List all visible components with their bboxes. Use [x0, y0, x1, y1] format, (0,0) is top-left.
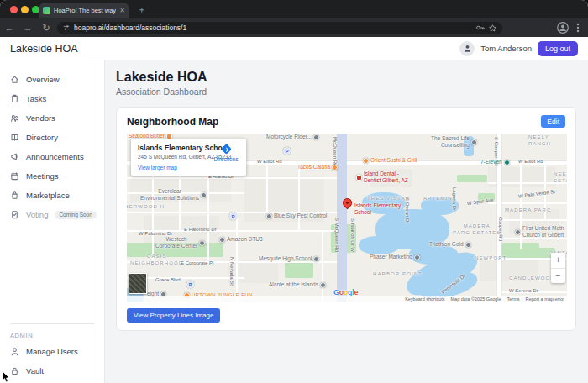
attribution-link[interactable]: Keyboard shortcuts	[405, 296, 444, 302]
star-icon[interactable]	[489, 24, 496, 32]
tab-favicon	[43, 7, 50, 14]
map-poi-label: P	[283, 147, 291, 155]
map-area-label: MADERA PARC ESTATES	[453, 223, 501, 236]
logout-button[interactable]: Log out	[538, 41, 578, 56]
map-label-text: W Elliot Rd	[518, 159, 543, 165]
zoom-out-button[interactable]: −	[551, 269, 565, 284]
key-icon[interactable]	[476, 24, 485, 31]
map-label-text: Grace Blvd	[155, 277, 181, 284]
sidebar-item-tasks[interactable]: Tasks	[0, 89, 104, 108]
map-poi-label: Orient Sushi & Grill	[363, 157, 417, 164]
map-label-text: Tacos Calafia	[297, 164, 330, 171]
browser-tab[interactable]: HoaPro! The best way to ge ✕	[39, 3, 129, 18]
map-label-text: Island Dental - Dentist Gilbert, AZ	[364, 171, 408, 184]
sidebar-item-announcements[interactable]: Announcements	[0, 147, 104, 166]
directions-control[interactable]: Directions	[213, 144, 239, 162]
map-road-label: Laguna Dr	[451, 187, 458, 211]
map-road-label: E Corporate Pl	[181, 260, 213, 267]
sidebar-item-label: Announcements	[26, 152, 84, 161]
poi-icon	[313, 134, 319, 140]
map-road	[322, 230, 323, 302]
map-block	[228, 260, 278, 283]
zoom-in-button[interactable]: +	[551, 253, 565, 269]
sidebar-item-vault[interactable]: Vault	[0, 361, 104, 380]
map-road-label: W Serena Dr	[509, 288, 538, 295]
streetview-thumbnail[interactable]	[129, 273, 147, 294]
map-area-label: NEELY ESTATES	[554, 171, 567, 184]
sidebar-item-meetings[interactable]: Meetings	[0, 166, 104, 186]
map-attribution: Keyboard shortcutsMap data ©2025 GoogleT…	[127, 296, 567, 302]
map-label-text: HARBOR POINT	[373, 271, 423, 278]
app-header: Lakeside HOA Tom Anderson Log out	[0, 37, 588, 60]
neighborhood-map-card: Neighborhood Map Edit	[116, 107, 576, 331]
sidebar-item-directory[interactable]: Directory	[0, 128, 104, 147]
google-map-embed[interactable]: NEELY RANCHTIMBERWOOD IITRES VISTASARTEM…	[127, 134, 567, 302]
map-area-label: OASIS NEIGHBORHOOD	[130, 254, 183, 266]
poi-icon	[414, 254, 420, 260]
parking-icon: P	[229, 212, 237, 220]
sidebar-item-overview[interactable]: Overview	[0, 70, 104, 89]
map-label-text: First United Meth Church of Gilbert	[522, 225, 564, 239]
map-poi-label: Westech Corporate Center	[155, 236, 205, 249]
poi-icon	[465, 242, 471, 248]
directory-icon	[10, 133, 19, 142]
tab-title: HoaPro! The best way to ge	[54, 7, 116, 14]
menu-kebab-icon[interactable]	[576, 23, 580, 33]
map-label-text: Cooper Rd	[497, 217, 504, 241]
map-road-label: S Ocean Dr	[404, 197, 411, 223]
view-larger-map-link[interactable]: View larger map	[138, 165, 239, 171]
map-label-text: Westech Corporate Center	[155, 236, 197, 249]
map-park	[457, 175, 487, 182]
poi-icon	[471, 139, 477, 145]
map-area-label: CANDLEWOOD	[509, 275, 555, 282]
mouse-cursor	[2, 371, 12, 383]
map-road-label: W Spur Ave	[467, 197, 494, 207]
map-poi-label: Triathlon Gold	[429, 241, 471, 248]
forward-icon[interactable]: →	[18, 23, 37, 33]
app-brand: Lakeside HOA	[10, 43, 78, 55]
traffic-light-minimize[interactable]	[21, 6, 29, 13]
directions-label: Directions	[213, 156, 239, 162]
map-label-text: Alante at the Islands	[269, 281, 318, 288]
announcements-icon	[10, 152, 19, 161]
sidebar: OverviewTasksVendorsDirectoryAnnouncemen…	[0, 60, 105, 383]
sidebar-item-marketplace[interactable]: Marketplace	[0, 186, 104, 205]
sidebar-item-vendors[interactable]: Vendors	[0, 108, 104, 128]
edit-button[interactable]: Edit	[541, 115, 565, 128]
map-label-text: Phaser Marketing	[370, 254, 412, 260]
poi-icon	[199, 240, 205, 246]
page-subtitle: Association Dashboard	[116, 87, 576, 97]
user-name: Tom Anderson	[480, 44, 532, 53]
attribution-link[interactable]: Terms	[507, 296, 520, 302]
admin-heading: ADMIN	[0, 324, 104, 342]
card-title: Neighborhood Map	[127, 116, 218, 128]
browser-window: HoaPro! The best way to ge ✕ ＋ ← → ↻ hoa…	[0, 0, 588, 383]
reload-icon[interactable]: ↻	[37, 23, 55, 34]
map-label-text: MADERA PARC	[505, 207, 551, 214]
map-label-text: 7-Eleven	[480, 159, 502, 165]
profile-icon[interactable]	[557, 22, 569, 34]
poi-icon	[515, 229, 521, 235]
tune-icon	[63, 24, 70, 31]
map-label-text: Blue Sky Pest Control	[274, 212, 327, 219]
back-icon[interactable]: ←	[0, 23, 18, 33]
tab-close-icon[interactable]: ✕	[119, 7, 125, 14]
google-logo[interactable]: Google	[333, 288, 358, 296]
view-property-lines-button[interactable]: View Property Lines Image	[127, 308, 220, 323]
map-lake	[359, 236, 399, 254]
sidebar-item-manage-users[interactable]: Manage Users	[0, 342, 104, 361]
address-bar[interactable]: hoapro.ai/dashboard/associations/1	[57, 22, 502, 34]
traffic-light-close[interactable]	[10, 6, 18, 13]
new-tab-icon[interactable]: ＋	[137, 5, 146, 14]
map-label-text: W Elliot Rd	[257, 159, 282, 165]
map-poi-label: Amazon DTU3	[219, 236, 263, 243]
map-area-label: HARBOR POINT	[373, 271, 423, 278]
sidebar-item-voting[interactable]: VotingComing Soon	[0, 205, 104, 224]
attribution-link[interactable]: Report a map error	[526, 296, 564, 302]
map-road-label: S McQueen Rd	[333, 218, 340, 252]
map-road	[503, 219, 567, 221]
map-area-label: TIMBERWOOD II	[127, 204, 165, 211]
map-road	[298, 165, 300, 230]
map-label-text: NEELY ESTATES	[554, 171, 567, 184]
map-label-text: NEWPORT	[475, 255, 507, 262]
